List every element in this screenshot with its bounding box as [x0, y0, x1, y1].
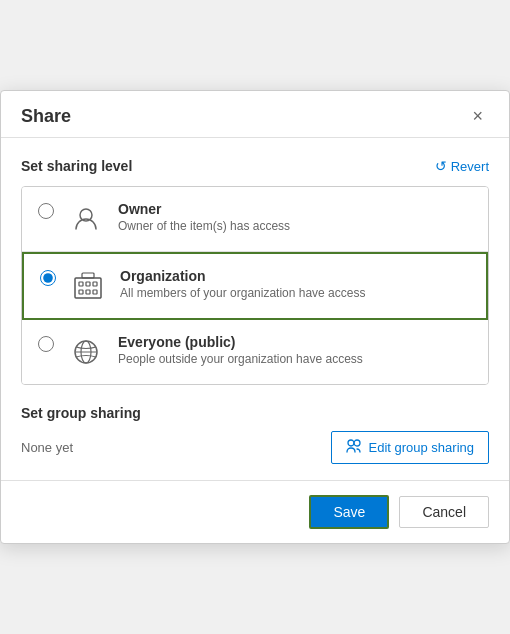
revert-label: Revert	[451, 159, 489, 174]
svg-rect-1	[75, 278, 101, 298]
close-button[interactable]: ×	[466, 105, 489, 127]
radio-organization[interactable]	[40, 270, 56, 286]
group-sharing-content: None yet Edit group sharing	[21, 431, 489, 464]
revert-icon: ↺	[435, 158, 447, 174]
sharing-level-header: Set sharing level ↺ Revert	[21, 158, 489, 174]
svg-rect-3	[86, 282, 90, 286]
dialog-body: Set sharing level ↺ Revert Own	[1, 138, 509, 480]
dialog-header: Share ×	[1, 91, 509, 138]
svg-point-13	[354, 440, 360, 446]
sharing-level-title: Set sharing level	[21, 158, 132, 174]
edit-group-label: Edit group sharing	[368, 440, 474, 455]
organization-label: Organization	[120, 268, 470, 284]
everyone-text: Everyone (public) People outside your or…	[118, 334, 472, 366]
option-organization[interactable]: Organization All members of your organiz…	[22, 252, 488, 320]
none-yet-label: None yet	[21, 440, 73, 455]
everyone-label: Everyone (public)	[118, 334, 472, 350]
radio-wrapper-org	[40, 270, 56, 290]
radio-everyone[interactable]	[38, 336, 54, 352]
radio-owner[interactable]	[38, 203, 54, 219]
svg-rect-2	[79, 282, 83, 286]
option-everyone[interactable]: Everyone (public) People outside your or…	[22, 320, 488, 384]
dialog-title: Share	[21, 106, 71, 127]
owner-icon	[68, 201, 104, 237]
organization-icon	[70, 268, 106, 304]
share-dialog: Share × Set sharing level ↺ Revert	[0, 90, 510, 544]
svg-rect-7	[93, 290, 97, 294]
save-button[interactable]: Save	[309, 495, 389, 529]
organization-desc: All members of your organization have ac…	[120, 286, 470, 300]
radio-wrapper-owner	[38, 203, 54, 223]
owner-desc: Owner of the item(s) has access	[118, 219, 472, 233]
cancel-button[interactable]: Cancel	[399, 496, 489, 528]
organization-text: Organization All members of your organiz…	[120, 268, 470, 300]
revert-button[interactable]: ↺ Revert	[435, 158, 489, 174]
everyone-desc: People outside your organization have ac…	[118, 352, 472, 366]
svg-rect-4	[93, 282, 97, 286]
group-sharing-section: Set group sharing None yet Edit group sh…	[21, 405, 489, 480]
svg-rect-6	[86, 290, 90, 294]
svg-rect-5	[79, 290, 83, 294]
svg-point-12	[348, 440, 354, 446]
sharing-options-container: Owner Owner of the item(s) has access	[21, 186, 489, 385]
radio-wrapper-everyone	[38, 336, 54, 356]
edit-group-icon	[346, 438, 362, 457]
owner-label: Owner	[118, 201, 472, 217]
everyone-icon	[68, 334, 104, 370]
owner-text: Owner Owner of the item(s) has access	[118, 201, 472, 233]
edit-group-sharing-button[interactable]: Edit group sharing	[331, 431, 489, 464]
dialog-footer: Save Cancel	[1, 480, 509, 543]
option-owner[interactable]: Owner Owner of the item(s) has access	[22, 187, 488, 252]
group-sharing-title: Set group sharing	[21, 405, 489, 421]
